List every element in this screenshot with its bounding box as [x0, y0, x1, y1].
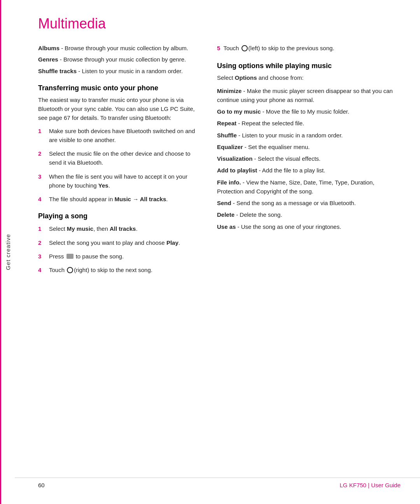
playing-step-4: 4 Touch (right) to skip to the next song… [38, 265, 198, 274]
shuffle-tracks-bullet: Shuffle tracks - Listen to your music in… [38, 67, 198, 76]
option-equalizer: Equalizer - Set the equaliser menu. [217, 142, 401, 151]
playing-step-1-number: 1 [38, 224, 46, 233]
option-send: Send - Send the song as a message or via… [217, 198, 401, 207]
pause-icon [66, 254, 74, 259]
transfer-step-1-number: 1 [38, 126, 46, 135]
playing-step-1: 1 Select My music, then All tracks. [38, 224, 198, 233]
shuffle-tracks-term: Shuffle tracks [38, 68, 77, 74]
genres-term: Genres [38, 56, 58, 63]
transfer-step-4: 4 The file should appear in Music → All … [38, 195, 198, 204]
sidebar: Get creative [0, 0, 15, 504]
albums-term: Albums [38, 45, 60, 51]
transfer-step-1: 1 Make sure both devices have Bluetooth … [38, 126, 198, 145]
option-add-to-playlist: Add to playlist - Add the file to a play… [217, 166, 401, 175]
sidebar-label: Get creative [5, 234, 11, 270]
circle-right-icon [67, 267, 73, 273]
left-column: Albums - Browse through your music colle… [15, 44, 209, 470]
options-bold: Options [235, 74, 257, 81]
using-intro: Select Options and choose from: [217, 73, 401, 82]
genres-desc: - Browse through your music collection b… [58, 56, 186, 63]
option-use-as: Use as - Use the song as one of your rin… [217, 222, 401, 231]
shuffle-tracks-desc: - Listen to your music in a random order… [77, 68, 183, 74]
playing-step-3-text: Press to pause the song. [49, 252, 198, 261]
playing-step-3: 3 Press to pause the song. [38, 252, 198, 261]
transfer-step-3-number: 3 [38, 172, 46, 181]
step-5-number: 5 [217, 45, 220, 51]
option-delete: Delete - Delete the song. [217, 210, 401, 219]
playing-step-2-number: 2 [38, 238, 46, 247]
playing-heading: Playing a song [38, 212, 198, 220]
playing-step-3-number: 3 [38, 252, 46, 261]
page-number: 60 [38, 482, 45, 488]
albums-bullet: Albums - Browse through your music colle… [38, 44, 198, 53]
transfer-step-3: 3 When the file is sent you will have to… [38, 172, 198, 190]
page-title: Multimedia [15, 16, 420, 32]
playing-step-2-text: Select the song you want to play and cho… [49, 238, 198, 247]
transfer-step-4-number: 4 [38, 195, 46, 204]
transfer-step-1-text: Make sure both devices have Bluetooth sw… [49, 126, 198, 145]
transfer-step-4-text: The file should appear in Music → All tr… [49, 195, 198, 204]
options-list: Minimize - Make the music player screen … [217, 86, 401, 231]
transfer-step-2: 2 Select the music file on the other dev… [38, 149, 198, 167]
columns: Albums - Browse through your music colle… [15, 44, 420, 470]
playing-step-4-text: Touch (right) to skip to the next song. [49, 265, 198, 274]
transfer-intro: The easiest way to transfer music onto y… [38, 95, 198, 123]
page: Get creative Multimedia Albums - Browse … [0, 0, 420, 504]
circle-left-icon [242, 45, 248, 51]
playing-step-4-number: 4 [38, 265, 46, 274]
option-visualization: Visualization - Select the visual effect… [217, 154, 401, 163]
transfer-step-2-text: Select the music file on the other devic… [49, 149, 198, 167]
transfer-step-3-text: When the file is sent you will have to a… [49, 172, 198, 190]
option-minimize: Minimize - Make the music player screen … [217, 86, 401, 105]
option-go-to-my-music: Go to my music - Move the file to My mus… [217, 107, 401, 116]
right-column: 5 Touch (left) to skip to the previous s… [209, 44, 420, 470]
option-repeat: Repeat - Repeat the selected file. [217, 119, 401, 128]
playing-steps-list: 1 Select My music, then All tracks. 2 Se… [38, 224, 198, 274]
transfer-step-2-number: 2 [38, 149, 46, 158]
main-content: Multimedia Albums - Browse through your … [15, 0, 420, 504]
using-heading: Using options while playing music [217, 62, 401, 70]
intro-bullets: Albums - Browse through your music colle… [38, 44, 198, 76]
transfer-steps-list: 1 Make sure both devices have Bluetooth … [38, 126, 198, 204]
option-file-info: File info. - View the Name, Size, Date, … [217, 178, 401, 196]
genres-bullet: Genres - Browse through your music colle… [38, 55, 198, 64]
footer-brand: LG KF750 | User Guide [340, 482, 401, 488]
albums-desc: - Browse through your music collection b… [60, 45, 188, 51]
playing-step-2: 2 Select the song you want to play and c… [38, 238, 198, 247]
playing-step-1-text: Select My music, then All tracks. [49, 224, 198, 233]
transfer-heading: Transferring music onto your phone [38, 84, 198, 92]
step-5-text: 5 Touch (left) to skip to the previous s… [217, 44, 401, 53]
footer: 60 LG KF750 | User Guide [15, 478, 420, 488]
option-shuffle: Shuffle - Listen to your music in a rand… [217, 131, 401, 140]
